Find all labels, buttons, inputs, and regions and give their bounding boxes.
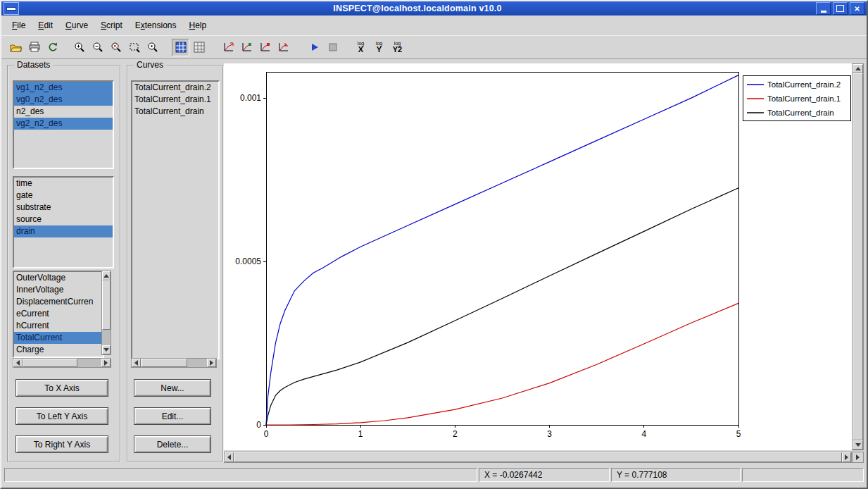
list-item[interactable]: gate bbox=[14, 190, 113, 202]
list-item[interactable]: vg0_n2_des bbox=[14, 94, 113, 106]
scrollbar-track[interactable] bbox=[141, 359, 207, 367]
print-button[interactable] bbox=[25, 39, 43, 56]
open-file-button[interactable] bbox=[7, 39, 25, 56]
quantity-list[interactable]: OuterVoltageInnerVoltageDisplacementCurr… bbox=[13, 271, 104, 358]
datasets-panel-title: Datasets bbox=[14, 60, 53, 70]
svg-text:4: 4 bbox=[641, 429, 646, 439]
plot-view-button[interactable] bbox=[172, 39, 189, 56]
list-item[interactable]: Charge bbox=[14, 344, 103, 356]
scrollbar-track[interactable] bbox=[234, 452, 842, 462]
abort-script-button[interactable] bbox=[324, 39, 341, 56]
arrow-right-icon bbox=[845, 454, 848, 460]
zoom-in-icon bbox=[74, 42, 85, 53]
menu-curve[interactable]: Curve bbox=[59, 18, 94, 32]
list-item[interactable]: DisplacementCurren bbox=[14, 296, 103, 308]
list-item[interactable]: drain bbox=[14, 225, 113, 237]
run-script-button[interactable] bbox=[306, 39, 323, 56]
svg-text:3: 3 bbox=[547, 429, 552, 439]
list-item[interactable]: substrate bbox=[14, 202, 113, 213]
scrollbar-thumb[interactable] bbox=[234, 452, 842, 462]
list-item[interactable]: InnerVoltage bbox=[14, 284, 103, 296]
list-item[interactable]: TotalCurrent bbox=[14, 332, 103, 344]
list-item[interactable]: source bbox=[14, 213, 113, 225]
to-left-y-axis-button[interactable]: To Left Y Axis bbox=[15, 407, 108, 425]
curves-panel-title: Curves bbox=[134, 60, 166, 70]
svg-text:0.0005: 0.0005 bbox=[235, 256, 261, 266]
list-item[interactable]: TotalCurrent_drain.2 bbox=[132, 82, 218, 94]
zoom-out-button[interactable] bbox=[89, 39, 106, 56]
new-curve-button[interactable]: New... bbox=[134, 379, 211, 397]
menu-extensions[interactable]: Extensions bbox=[129, 18, 183, 32]
list-item[interactable]: OuterVoltage bbox=[14, 272, 103, 284]
quantity-list-vscrollbar[interactable] bbox=[101, 271, 111, 355]
curve-tool-4-button[interactable] bbox=[275, 39, 292, 56]
terminal-list[interactable]: timegatesubstratesourcedrain bbox=[13, 176, 114, 268]
scroll-left-button[interactable] bbox=[13, 359, 23, 367]
list-item[interactable]: TotalCurrent_drain.1 bbox=[132, 94, 218, 106]
curves-hscrollbar[interactable] bbox=[131, 358, 217, 368]
scroll-left-button[interactable] bbox=[132, 359, 141, 367]
log-x-toggle[interactable]: log X bbox=[352, 39, 370, 56]
list-item[interactable]: vg1_n2_des bbox=[14, 82, 113, 94]
zoom-region-button[interactable] bbox=[125, 39, 143, 56]
zoom-in-button[interactable] bbox=[70, 39, 88, 56]
menu-script[interactable]: Script bbox=[94, 18, 129, 32]
menu-help[interactable]: Help bbox=[182, 18, 213, 32]
to-x-axis-button[interactable]: To X Axis bbox=[15, 379, 108, 397]
scrollbar-thumb[interactable] bbox=[23, 359, 77, 367]
menu-edit[interactable]: Edit bbox=[32, 18, 59, 32]
scrollbar-track[interactable] bbox=[102, 280, 111, 345]
minimize-button[interactable] bbox=[816, 2, 831, 15]
run-icon bbox=[310, 42, 320, 52]
curve-tool-1-button[interactable] bbox=[220, 39, 237, 56]
close-button[interactable]: ✕ bbox=[850, 2, 864, 15]
arrow-down-icon bbox=[855, 443, 861, 447]
log-y2-toggle[interactable]: log Y2 bbox=[389, 39, 406, 56]
scrollbar-thumb[interactable] bbox=[853, 73, 863, 440]
list-item[interactable]: vg2_n2_des bbox=[14, 118, 113, 130]
scroll-up-button[interactable] bbox=[102, 271, 111, 280]
zoom-pointer-button[interactable] bbox=[144, 39, 161, 56]
curve-tool-3-button[interactable] bbox=[256, 39, 274, 56]
zoom-reset-button[interactable] bbox=[107, 39, 125, 56]
scrollbar-track[interactable] bbox=[23, 359, 101, 367]
resize-corner[interactable] bbox=[852, 452, 864, 463]
dataset-list[interactable]: vg1_n2_desvg0_n2_desn2_desvg2_n2_des bbox=[13, 80, 114, 169]
scroll-right-button[interactable] bbox=[207, 359, 216, 367]
arrow-right-icon bbox=[104, 360, 108, 366]
window-menu-button[interactable] bbox=[4, 2, 19, 15]
plot-canvas[interactable]: 01234500.00050.001TotalCurrent_drain.2To… bbox=[224, 63, 852, 450]
list-item[interactable]: time bbox=[14, 178, 113, 190]
list-item[interactable]: n2_des bbox=[14, 106, 113, 118]
curve-tool-2-button[interactable] bbox=[238, 39, 256, 56]
plot-region[interactable]: 01234500.00050.001TotalCurrent_drain.2To… bbox=[224, 63, 852, 450]
scroll-left-button[interactable] bbox=[225, 452, 234, 462]
scroll-down-button[interactable] bbox=[102, 345, 111, 354]
curves-list[interactable]: TotalCurrent_drain.2TotalCurrent_drain.1… bbox=[131, 80, 220, 359]
grid-view-button[interactable] bbox=[190, 39, 208, 56]
datasets-hscrollbar[interactable] bbox=[13, 358, 111, 368]
list-item[interactable]: eCurrent bbox=[14, 308, 103, 320]
toolbar: log X log Y log Y2 bbox=[1, 35, 867, 59]
window-title: INSPECT@localhost.localdomain v10.0 bbox=[19, 4, 816, 13]
to-right-y-axis-button[interactable]: To Right Y Axis bbox=[15, 435, 108, 453]
title-bar[interactable]: INSPECT@localhost.localdomain v10.0 ✕ bbox=[1, 1, 867, 16]
list-item[interactable]: hCurrent bbox=[14, 320, 103, 332]
plot-vscrollbar[interactable] bbox=[852, 63, 864, 450]
scrollbar-thumb[interactable] bbox=[141, 359, 187, 367]
maximize-button[interactable] bbox=[833, 2, 848, 15]
zoom-pointer-icon bbox=[147, 42, 158, 53]
scroll-right-button[interactable] bbox=[842, 452, 851, 462]
plot-hscrollbar[interactable] bbox=[224, 452, 852, 463]
list-item[interactable]: TotalCurrent_drain bbox=[132, 106, 218, 118]
scroll-right-button[interactable] bbox=[101, 359, 111, 367]
scroll-down-button[interactable] bbox=[853, 440, 863, 450]
scrollbar-thumb[interactable] bbox=[102, 280, 111, 330]
edit-curve-button[interactable]: Edit... bbox=[134, 407, 211, 425]
menu-file[interactable]: File bbox=[6, 18, 32, 32]
log-y-toggle[interactable]: log Y bbox=[370, 39, 388, 56]
delete-curve-button[interactable]: Delete... bbox=[134, 435, 211, 453]
reload-button[interactable] bbox=[44, 39, 61, 56]
scroll-up-button[interactable] bbox=[853, 64, 863, 73]
scrollbar-track[interactable] bbox=[853, 73, 863, 440]
